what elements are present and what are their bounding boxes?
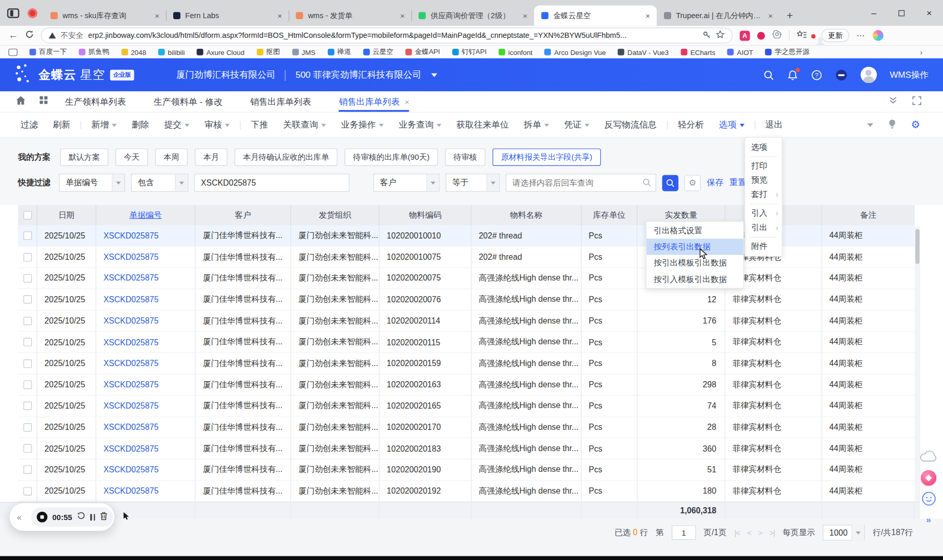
toolbar-item[interactable]: 业务操作 (341, 119, 383, 131)
toolbar-item[interactable]: 选项 (719, 119, 744, 131)
tab-close-icon[interactable]: × (153, 11, 161, 20)
tab-close-icon[interactable]: × (521, 11, 530, 20)
help-icon[interactable]: ? (811, 69, 822, 80)
notification-bell-icon[interactable] (787, 69, 798, 80)
table-header-cell[interactable]: 发货组织 (291, 205, 379, 225)
toolbar-item[interactable]: 反写物流信息 (604, 119, 657, 131)
toolbar-item[interactable]: 下推 (251, 119, 268, 131)
tab-close-icon[interactable]: × (398, 11, 407, 20)
filter-plan-chip[interactable]: 本周 (155, 148, 188, 166)
bookmark-item[interactable]: ECharts (681, 48, 715, 55)
row-checkbox[interactable] (18, 481, 37, 501)
cell-bill-no-link[interactable]: XSCKD025875 (96, 268, 196, 289)
table-header-cell[interactable]: 单据编号 (96, 205, 196, 225)
row-checkbox[interactable] (18, 226, 37, 246)
toolbar-item[interactable]: 审核 (204, 119, 230, 131)
bookmark-item[interactable]: iconfont (498, 48, 532, 55)
refresh-icon[interactable] (25, 30, 34, 41)
floating-service-icon[interactable] (921, 470, 936, 486)
browser-tab[interactable]: wms - sku库存查询 × (43, 5, 166, 25)
home-icon[interactable] (16, 95, 26, 107)
filter-field2-select[interactable]: 客户 (373, 174, 440, 192)
copilot-icon[interactable] (872, 30, 883, 41)
workspace-tab-close-icon[interactable]: × (405, 97, 409, 106)
cell-bill-no-link[interactable]: XSCKD025875 (96, 353, 196, 374)
filter-plan-chip[interactable]: 本月 (195, 148, 228, 166)
table-row[interactable]: 2025/10/25 XSCKD025875 厦门佳华博世科技有... 厦门劲创… (18, 438, 915, 459)
table-row[interactable]: 2025/10/25 XSCKD025875 厦门佳华博世科技有... 厦门劲创… (18, 374, 915, 396)
feedback-smiley-icon[interactable] (921, 491, 936, 509)
options-menu-item[interactable]: › (750, 204, 777, 204)
filter-plan-chip[interactable]: 待审核的出库单(90天) (344, 148, 438, 166)
collapse-recorder-icon[interactable]: « (17, 512, 21, 522)
filter-operator-select[interactable]: 包含 (131, 174, 188, 192)
stop-recording-button[interactable] (36, 512, 47, 523)
bookmark-star-icon[interactable] (716, 30, 725, 41)
options-menu-item[interactable]: › (750, 156, 777, 157)
org-name[interactable]: 500 菲律宾劲博汇科技有限公司 (296, 69, 422, 80)
toolbar-item[interactable]: 凭证 (564, 119, 590, 131)
window-close-button[interactable]: × (916, 0, 943, 26)
bookmark-item[interactable]: 钉钉API (452, 48, 487, 57)
browser-tab[interactable]: 金蝶云星空 × (534, 5, 657, 25)
tab-sidebar-icon[interactable] (7, 8, 19, 18)
filter-operator2-select[interactable]: 等于 (446, 174, 500, 192)
table-row[interactable]: 2025/10/25 XSCKD025875 厦门佳华博世科技有... 厦门劲创… (18, 459, 915, 481)
screen-record-icon[interactable] (27, 8, 37, 18)
toolbar-item[interactable]: 提交 (164, 119, 190, 131)
filter-plan-chip[interactable]: 待审核 (445, 148, 486, 166)
window-maximize-button[interactable] (887, 0, 915, 26)
row-checkbox[interactable] (18, 268, 37, 289)
tab-close-icon[interactable]: × (275, 11, 284, 20)
recorder-extension-icon[interactable] (757, 32, 765, 39)
tab-close-icon[interactable]: × (644, 11, 652, 20)
row-checkbox[interactable] (18, 247, 37, 268)
bookmark-item[interactable]: 学之思开源 (765, 48, 809, 57)
row-checkbox[interactable] (18, 396, 37, 416)
toolbar-item[interactable] (755, 120, 755, 129)
options-menu-item[interactable]: › (750, 237, 777, 237)
bookmark-item[interactable]: 云星空 (363, 48, 394, 57)
bookmarks-panel-icon[interactable] (8, 48, 17, 55)
filter-plan-chip[interactable]: 本月待确认应收的出库单 (234, 148, 337, 166)
bookmark-item[interactable]: JMS (292, 48, 315, 55)
toolbar-item[interactable] (667, 120, 668, 129)
bookmark-item[interactable]: Arco Design Vue (545, 48, 606, 55)
table-header-cell[interactable]: 备注 (822, 205, 915, 225)
table-row[interactable]: 2025/10/25 XSCKD025875 厦门佳华博世科技有... 厦门劲创… (18, 417, 915, 438)
browser-tab[interactable]: 供应商询价管理（2级） × (411, 5, 534, 25)
page-input[interactable]: 1 (672, 525, 696, 540)
bookmark-item[interactable]: 抠图 (257, 48, 280, 57)
browser-menu-icon[interactable]: ⋯ (856, 31, 865, 40)
options-menu-item[interactable]: 引出 › (745, 221, 782, 235)
tab-close-icon[interactable]: × (767, 11, 775, 20)
options-menu-item[interactable]: 引入 › (745, 206, 782, 221)
toolbar-item[interactable]: 获取往来单位 (456, 119, 509, 131)
bookmark-item[interactable]: 抓鱼鸭 (79, 48, 109, 57)
cell-bill-no-link[interactable]: XSCKD025875 (96, 396, 196, 416)
fullscreen-icon[interactable] (912, 96, 921, 107)
row-checkbox[interactable] (18, 417, 37, 438)
table-header-cell[interactable]: 客户 (196, 205, 291, 225)
cursor-tool-icon[interactable] (123, 511, 131, 523)
cell-bill-no-link[interactable]: XSCKD025875 (96, 438, 196, 459)
cell-bill-no-link[interactable]: XSCKD025875 (96, 247, 196, 268)
row-checkbox[interactable] (18, 374, 37, 395)
export-menu-item[interactable]: 按列表引出数据 (646, 239, 743, 255)
bookmark-item[interactable]: 禅道 (327, 48, 351, 57)
table-row[interactable]: 2025/10/25 XSCKD025875 厦门佳华博世科技有... 厦门劲创… (18, 332, 915, 353)
workspace-tab[interactable]: 生产领料单列表 × (65, 91, 126, 111)
table-row[interactable]: 2025/10/25 XSCKD025875 厦门佳华博世科技有... 厦门劲创… (18, 311, 915, 332)
toolbar-item[interactable]: 退出 (765, 119, 783, 131)
toolbar-item[interactable] (240, 120, 241, 129)
quick-launch-icon[interactable] (835, 69, 847, 81)
browser-update-button[interactable]: 更新 (822, 29, 849, 43)
browser-tab[interactable]: wms - 发货单 × (289, 5, 412, 25)
last-page-icon[interactable]: >| (769, 528, 774, 537)
cell-bill-no-link[interactable]: XSCKD025875 (96, 481, 196, 501)
translate-extension-icon[interactable]: A (740, 31, 750, 41)
table-row[interactable]: 2025/10/25 XSCKD025875 厦门佳华博世科技有... 厦门劲创… (18, 481, 915, 502)
favorites-bar-icon[interactable] (797, 30, 807, 41)
export-menu-item[interactable]: 按引出模板引出数据 (646, 255, 743, 271)
extensions-icon[interactable] (772, 30, 782, 41)
